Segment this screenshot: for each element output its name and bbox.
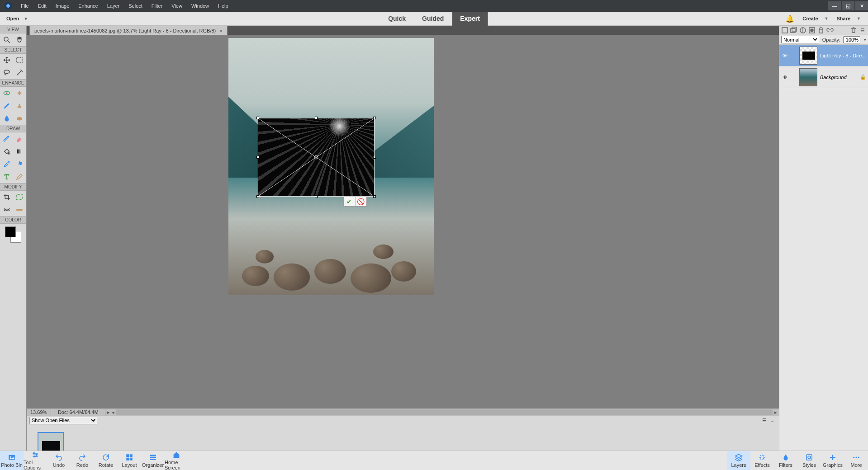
mode-quick[interactable]: Quick: [380, 12, 414, 26]
transform-handle-se[interactable]: [373, 195, 376, 198]
link-layers-icon[interactable]: [826, 27, 834, 34]
window-close-icon[interactable]: ✕: [855, 1, 868, 10]
blend-mode-select[interactable]: Normal: [781, 36, 819, 43]
horizontal-scrollbar[interactable]: [116, 409, 773, 415]
menu-edit[interactable]: Edit: [33, 0, 51, 12]
mode-guided[interactable]: Guided: [414, 12, 452, 26]
zoom-readout[interactable]: 13.69%: [27, 409, 51, 416]
layer-mask-icon[interactable]: [808, 27, 816, 34]
taskbar-layout[interactable]: Layout: [118, 451, 141, 470]
taskbar-tool-options[interactable]: Tool Options: [24, 451, 47, 470]
transform-handle-e[interactable]: [373, 156, 376, 159]
taskbar-graphics[interactable]: Graphics: [821, 451, 844, 470]
menu-view[interactable]: View: [167, 0, 187, 12]
spot-heal-tool-icon[interactable]: [14, 88, 25, 98]
clone-stamp-tool-icon[interactable]: [14, 101, 25, 111]
brush-tool-icon[interactable]: [1, 134, 12, 144]
taskbar-effects[interactable]: Effects: [750, 451, 774, 470]
canvas-area[interactable]: ✔ 🚫: [27, 35, 779, 409]
delete-layer-icon[interactable]: [850, 27, 857, 34]
taskbar-rotate[interactable]: Rotate: [94, 451, 118, 470]
paint-bucket-tool-icon[interactable]: [1, 146, 12, 156]
menu-select[interactable]: Select: [124, 0, 147, 12]
opacity-input[interactable]: [843, 36, 860, 43]
close-tab-icon[interactable]: ×: [219, 28, 222, 33]
transform-handle-nw[interactable]: [256, 117, 259, 119]
open-button[interactable]: Open ▼: [6, 16, 28, 21]
bin-collapse-icon[interactable]: ⌄: [770, 418, 774, 423]
new-group-icon[interactable]: [790, 27, 797, 34]
transform-handle-ne[interactable]: [373, 117, 376, 119]
layer-thumbnail[interactable]: [799, 68, 817, 86]
taskbar-layers[interactable]: Layers: [727, 451, 750, 470]
smart-brush-tool-icon[interactable]: [1, 101, 12, 111]
create-button[interactable]: Create▼: [802, 16, 828, 21]
new-layer-icon[interactable]: [781, 27, 788, 34]
hand-tool-icon[interactable]: [14, 35, 25, 45]
taskbar-undo[interactable]: Undo: [47, 451, 71, 470]
menu-image[interactable]: Image: [51, 0, 74, 12]
type-tool-icon[interactable]: [1, 172, 12, 182]
taskbar-styles[interactable]: Styles: [797, 451, 821, 470]
layer-thumbnail[interactable]: [799, 47, 817, 65]
transform-handle-sw[interactable]: [256, 195, 259, 198]
mode-expert[interactable]: Expert: [452, 12, 488, 26]
color-swatch[interactable]: [4, 226, 22, 244]
scroll-left-icon[interactable]: ◂: [112, 409, 114, 415]
foreground-color-swatch[interactable]: [5, 226, 16, 237]
move-tool-icon[interactable]: [1, 55, 12, 65]
crop-tool-icon[interactable]: [1, 192, 12, 202]
transform-handle-w[interactable]: [256, 156, 259, 159]
taskbar-home-screen[interactable]: Home Screen: [165, 451, 188, 470]
layer-row[interactable]: 👁 Background 🔒: [779, 66, 868, 88]
taskbar-organizer[interactable]: Organizer: [141, 451, 165, 470]
gradient-tool-icon[interactable]: [14, 146, 25, 156]
layer-row[interactable]: 👁 Light Ray - 8 - Dire...: [779, 45, 868, 66]
bin-view-options-icon[interactable]: ☰: [762, 418, 767, 423]
taskbar-redo[interactable]: Redo: [71, 451, 94, 470]
menu-help[interactable]: Help: [213, 0, 233, 12]
content-aware-move-tool-icon[interactable]: [1, 205, 12, 215]
redeye-tool-icon[interactable]: [1, 88, 12, 98]
menu-file[interactable]: File: [16, 0, 33, 12]
zoom-tool-icon[interactable]: [1, 35, 12, 45]
open-files-dropdown[interactable]: Show Open Files: [29, 417, 97, 424]
blur-tool-icon[interactable]: [1, 113, 12, 123]
lock-layer-icon[interactable]: [817, 27, 825, 34]
straighten-tool-icon[interactable]: [14, 205, 25, 215]
taskbar-filters[interactable]: Filters: [774, 451, 797, 470]
panel-menu-icon[interactable]: ☰: [859, 27, 866, 34]
chevron-right-icon[interactable]: ▸: [105, 409, 112, 415]
document-tab[interactable]: pexels-marlon-martinez-1450082.jpg @ 13.…: [29, 26, 228, 35]
shape-tool-icon[interactable]: [14, 159, 25, 169]
visibility-toggle-icon[interactable]: 👁: [781, 75, 788, 80]
sponge-tool-icon[interactable]: [14, 113, 25, 123]
lasso-tool-icon[interactable]: [1, 68, 12, 78]
window-minimize-icon[interactable]: —: [828, 1, 841, 10]
doc-info[interactable]: Doc: 64.4M/64.4M: [51, 409, 105, 416]
magic-wand-tool-icon[interactable]: [14, 68, 25, 78]
taskbar-photo-bin[interactable]: Photo Bin: [0, 451, 24, 470]
taskbar-more[interactable]: More: [844, 451, 868, 470]
eyedropper-tool-icon[interactable]: [1, 159, 12, 169]
transform-handle-s[interactable]: [315, 195, 318, 198]
recompose-tool-icon[interactable]: [14, 192, 25, 202]
share-button[interactable]: Share▼: [837, 16, 861, 21]
cancel-place-icon[interactable]: 🚫: [356, 197, 367, 206]
notifications-icon[interactable]: 🔔: [785, 14, 794, 23]
transform-handle-n[interactable]: [315, 117, 318, 119]
placed-layer[interactable]: [258, 118, 374, 196]
layer-name[interactable]: Light Ray - 8 - Dire...: [820, 53, 866, 58]
adjustment-layer-icon[interactable]: [799, 27, 806, 34]
commit-place-icon[interactable]: ✔: [344, 197, 355, 206]
menu-window[interactable]: Window: [187, 0, 213, 12]
opacity-stepper-icon[interactable]: ▾: [863, 38, 866, 42]
menu-filter[interactable]: Filter: [147, 0, 167, 12]
pencil-tool-icon[interactable]: [14, 172, 25, 182]
marquee-tool-icon[interactable]: [14, 55, 25, 65]
eraser-tool-icon[interactable]: [14, 134, 25, 144]
menu-enhance[interactable]: Enhance: [74, 0, 102, 12]
window-maximize-icon[interactable]: ◱: [842, 1, 854, 10]
menu-layer[interactable]: Layer: [103, 0, 124, 12]
layer-name[interactable]: Background: [820, 75, 857, 80]
